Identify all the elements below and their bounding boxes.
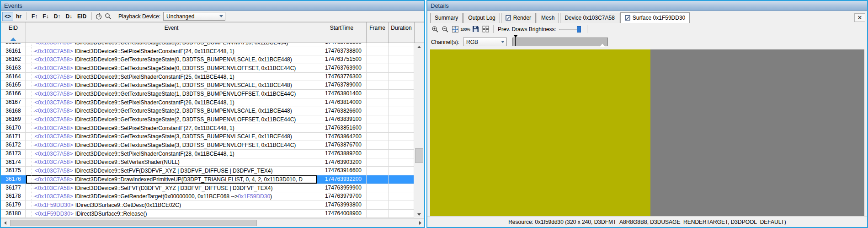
eid-cell[interactable]: 36165 [1,81,26,89]
channels-select[interactable]: RGB [463,38,507,46]
table-row[interactable]: 36177 <0x103C7A58> IDirect3DDevice9::Set… [1,184,414,193]
event-cell[interactable]: <0x103C7A58> IDirect3DDevice9::SetFVF(D3… [26,167,317,175]
eid-button[interactable]: EID [75,12,89,21]
eid-cell[interactable]: 36173 [1,150,26,158]
level-position-icon[interactable] [600,43,605,47]
save-surface-button[interactable] [471,25,480,34]
eid-cell[interactable]: 36162 [1,55,26,64]
table-row[interactable]: 36160 <0x103C7A58> IDirect3DDevice9::Get… [1,43,414,47]
eid-cell[interactable]: 36177 [1,184,26,192]
scroll-left-button[interactable] [1,219,9,227]
event-cell[interactable]: <0x103C7A58> IDirect3DDevice9::SetPixelS… [26,124,317,132]
event-cell[interactable]: <0x103C7A58> IDirect3DDevice9::GetTextur… [26,107,317,115]
eid-cell[interactable]: 36180 [1,210,26,218]
table-row[interactable]: 36176 <0x103C7A58> IDirect3DDevice9::Dra… [1,175,414,184]
event-cell[interactable]: <0x103C7A58> IDirect3DDevice9::DrawIndex… [26,175,317,184]
events-vertical-scrollbar[interactable] [414,43,424,218]
eid-cell[interactable]: 36170 [1,124,26,132]
scroll-down-button[interactable] [414,211,424,218]
table-row[interactable]: 36174 <0x103C7A58> IDirect3DDevice9::Set… [1,158,414,167]
eid-cell[interactable]: 36176 [1,175,26,184]
event-cell[interactable]: <0x103C7A58> IDirect3DDevice9::SetPixelS… [26,47,317,55]
event-cell[interactable]: <0x103C7A58> IDirect3DDevice9::GetTextur… [26,141,317,149]
table-row[interactable]: 36178 <0x103C7A58> IDirect3DDevice9::Get… [1,192,414,201]
eid-cell[interactable]: 36178 [1,192,26,201]
table-row[interactable]: 36172 <0x103C7A58> IDirect3DDevice9::Get… [1,141,414,150]
table-row[interactable]: 36166 <0x103C7A58> IDirect3DDevice9::Get… [1,90,414,98]
tile-view-button[interactable] [481,25,490,34]
eid-cell[interactable]: 36175 [1,167,26,175]
table-row[interactable]: 36165 <0x103C7A58> IDirect3DDevice9::Get… [1,81,414,90]
table-row[interactable]: 36170 <0x103C7A58> IDirect3DDevice9::Set… [1,124,414,133]
table-row[interactable]: 36161 <0x103C7A58> IDirect3DDevice9::Set… [1,47,414,56]
event-cell[interactable]: <0x103C7A58> IDirect3DDevice9::SetFVF(D3… [26,184,317,192]
event-cell[interactable]: <0x1F59DD30> IDirect3DSurface9::GetDesc(… [26,201,317,209]
table-row[interactable]: 36173 <0x103C7A58> IDirect3DDevice9::Set… [1,150,414,158]
table-row[interactable]: 36180 <0x1F59DD30> IDirect3DSurface9::Re… [1,210,414,218]
table-row[interactable]: 36168 <0x103C7A58> IDirect3DDevice9::Get… [1,107,414,116]
level-marker-icon[interactable] [513,35,518,38]
table-row[interactable]: 36175 <0x103C7A58> IDirect3DDevice9::Set… [1,167,414,175]
event-cell[interactable]: <0x103C7A58> IDirect3DDevice9::SetPixelS… [26,150,317,158]
eid-cell[interactable]: 36172 [1,141,26,149]
eid-cell[interactable]: 36161 [1,47,26,55]
event-cell[interactable]: <0x103C7A58> IDirect3DDevice9::GetTextur… [26,64,317,72]
event-cell[interactable]: <0x103C7A58> IDirect3DDevice9::SetPixelS… [26,98,317,107]
event-cell[interactable]: <0x103C7A58> IDirect3DDevice9::SetPixelS… [26,73,317,81]
eid-cell[interactable]: 36160 [1,43,26,47]
events-horizontal-scrollbar[interactable] [1,218,424,227]
level-histogram-bar[interactable] [512,38,608,46]
event-cell[interactable]: <0x103C7A58> IDirect3DDevice9::SetVertex… [26,158,317,167]
event-cell[interactable]: <0x103C7A58> IDirect3DDevice9::GetTextur… [26,90,317,98]
vertical-scroll-thumb[interactable] [415,148,423,163]
eid-cell[interactable]: 36163 [1,64,26,72]
zoom-out-button[interactable] [441,25,450,34]
tab-device-0x103c7a58[interactable]: Device 0x103C7A58 [560,13,619,23]
table-row[interactable]: 36171 <0x103C7A58> IDirect3DDevice9::Get… [1,133,414,141]
column-header-starttime[interactable]: StartTime [317,22,367,43]
event-cell[interactable]: <0x103C7A58> IDirect3DDevice9::GetTextur… [26,43,317,47]
event-cell[interactable]: <0x103C7A58> IDirect3DDevice9::GetTextur… [26,133,317,141]
playback-device-select[interactable]: Unchanged [163,12,225,21]
eid-cell[interactable]: 36171 [1,133,26,141]
surface-viewer[interactable] [430,49,864,216]
event-link[interactable]: 0x1F59DD30 [238,193,270,200]
actual-size-button[interactable]: 100% [461,25,470,34]
render-target-surface[interactable] [430,49,650,216]
column-header-eid[interactable]: EID [1,22,26,43]
scroll-up-button[interactable] [414,43,424,51]
eid-cell[interactable]: 36167 [1,98,26,107]
eid-cell[interactable]: 36168 [1,107,26,115]
draw-down-button[interactable]: D↓ [63,12,75,21]
eid-cell[interactable]: 36179 [1,201,26,209]
frame-up-button[interactable]: F↑ [29,12,40,21]
hr-button[interactable]: hr [14,12,24,21]
slider-handle[interactable] [577,26,581,33]
column-header-duration[interactable]: Duration [389,22,415,43]
tab-surface-0x1f59dd30[interactable]: Surface 0x1F59DD30 [620,12,690,23]
frame-down-button[interactable]: F↓ [40,12,51,21]
timing-capture-button[interactable] [94,12,103,21]
table-row[interactable]: 36164 <0x103C7A58> IDirect3DDevice9::Set… [1,73,414,81]
eid-cell[interactable]: 36164 [1,73,26,81]
event-cell[interactable]: <0x1F59DD30> IDirect3DSurface9::Release(… [26,210,317,218]
eid-cell[interactable]: 36174 [1,158,26,167]
event-cell[interactable]: <0x103C7A58> IDirect3DDevice9::GetTextur… [26,115,317,124]
event-cell[interactable]: <0x103C7A58> IDirect3DDevice9::GetTextur… [26,55,317,64]
scroll-right-button[interactable] [416,219,424,227]
table-row[interactable]: 36179 <0x1F59DD30> IDirect3DSurface9::Ge… [1,201,414,210]
table-row[interactable]: 36162 <0x103C7A58> IDirect3DDevice9::Get… [1,55,414,64]
fit-to-window-button[interactable] [451,25,460,34]
code-toggle-button[interactable]: <> [2,12,13,21]
tab-output-log[interactable]: Output Log [463,13,500,23]
table-row[interactable]: 36163 <0x103C7A58> IDirect3DDevice9::Get… [1,64,414,73]
column-header-event[interactable]: Event [26,22,317,43]
eid-cell[interactable]: 36169 [1,115,26,124]
event-cell[interactable]: <0x103C7A58> IDirect3DDevice9::GetRender… [26,192,317,201]
find-event-button[interactable] [103,12,112,21]
tab-render[interactable]: Render [501,13,536,23]
table-row[interactable]: 36167 <0x103C7A58> IDirect3DDevice9::Set… [1,98,414,107]
horizontal-scroll-thumb[interactable] [10,220,257,226]
eid-cell[interactable]: 36166 [1,90,26,98]
zoom-in-button[interactable] [431,25,440,34]
